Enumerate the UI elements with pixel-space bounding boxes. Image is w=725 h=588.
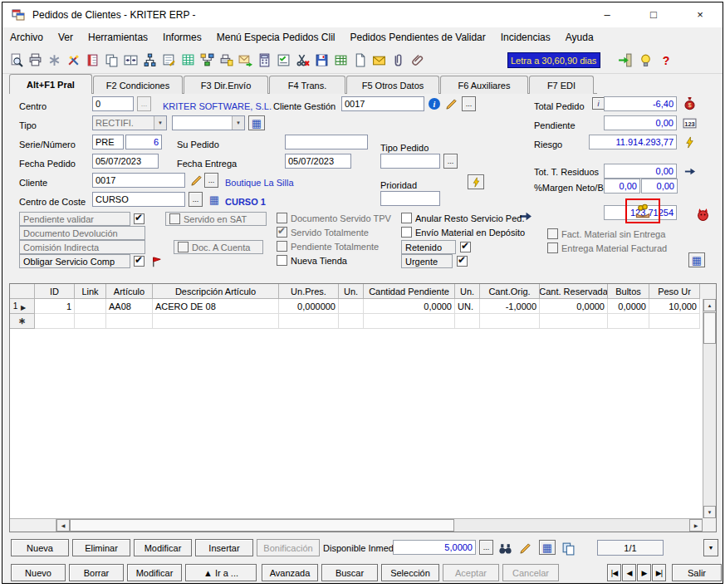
cell-cant-reservada[interactable]: 0,0000 (540, 299, 608, 314)
tipo-pedido-lookup-button[interactable]: ... (443, 154, 458, 169)
fecha-entrega-input[interactable] (285, 154, 351, 169)
task-check-icon[interactable] (275, 52, 291, 69)
flag-doc-servido-tpv[interactable]: Documento Servido TPV (277, 212, 391, 224)
previous-record-icon[interactable]: ◀ (622, 564, 636, 581)
org-chart-icon[interactable] (141, 52, 158, 69)
grid-green-icon[interactable] (332, 52, 349, 69)
cell-empty[interactable] (35, 314, 75, 329)
cell-empty[interactable] (480, 314, 540, 329)
save-icon[interactable] (313, 52, 330, 69)
salir-button[interactable]: Salir (672, 564, 722, 581)
tab-condiciones[interactable]: F2 Condiciones (93, 76, 183, 94)
horizontal-scroll-thumb[interactable] (70, 519, 454, 532)
anular-resto-checkbox[interactable] (401, 213, 412, 223)
calculator-icon[interactable] (256, 52, 272, 69)
horizontal-scroll-track[interactable] (70, 519, 689, 532)
menu-ver[interactable]: Ver (51, 27, 81, 47)
grid-header-bultos[interactable]: Bultos (608, 284, 649, 299)
tipo-pedido-input[interactable] (380, 154, 440, 169)
cell-cant-orig[interactable]: -1,0000 (480, 299, 540, 314)
obligar-servicio-checkbox[interactable] (134, 256, 145, 267)
centro-input[interactable] (92, 96, 134, 111)
flash-icon[interactable] (682, 135, 697, 149)
fecha-pedido-input[interactable] (92, 154, 159, 169)
menu-ayuda[interactable]: Ayuda (558, 27, 601, 47)
nueva-tienda-checkbox[interactable] (277, 255, 287, 266)
maximize-button[interactable]: □ (634, 2, 673, 27)
fact-sin-entrega-checkbox[interactable] (547, 228, 558, 239)
cell-empty[interactable] (153, 314, 279, 329)
flag-retenido[interactable]: Retenido (401, 240, 456, 254)
grid-header-peso[interactable]: Peso Ur (649, 284, 700, 299)
menu-incidencias[interactable]: Incidencias (493, 27, 558, 47)
money-bag-icon[interactable]: $ (682, 96, 697, 110)
grid-new-row[interactable]: ∗ (10, 314, 716, 329)
flag-pendiente-totalmente[interactable]: Pendiente Totalmente (277, 240, 379, 252)
flag-pendiente-validar[interactable]: Pendiente validar (19, 212, 130, 226)
serie-input[interactable] (92, 135, 124, 149)
cell-empty[interactable] (540, 314, 608, 329)
grid-header-un-pres[interactable]: Un.Pres. (279, 284, 339, 299)
flag-doc-a-cuenta[interactable]: Doc. A Cuenta (174, 240, 263, 254)
cell-empty[interactable] (608, 314, 649, 329)
minimize-button[interactable]: – (588, 2, 626, 27)
centro-lookup-button[interactable]: ... (137, 96, 151, 111)
calendar-table-icon[interactable]: ▦ (207, 192, 222, 207)
tipo-grid-button[interactable]: ▦ (248, 115, 265, 130)
disponible-lookup-button[interactable]: ... (479, 540, 493, 555)
idea-icon[interactable] (637, 52, 654, 69)
seleccion-button[interactable]: Selección (381, 564, 439, 581)
horizontal-scrollbar[interactable] (10, 518, 703, 532)
cell-empty[interactable] (279, 314, 339, 329)
cell-empty[interactable] (649, 314, 700, 329)
tab-pral[interactable]: Alt+F1 Pral (9, 74, 92, 94)
info-icon[interactable]: i (429, 98, 440, 110)
numero-input[interactable] (125, 135, 162, 149)
pendiente-validar-checkbox[interactable] (134, 213, 145, 224)
cell-cantidad-pendiente[interactable]: 0,0000 (364, 299, 455, 314)
flag-fact-sin-entrega[interactable]: Fact. Material sin Entrega (547, 228, 665, 240)
cell-empty[interactable] (106, 314, 153, 329)
binoculars-icon[interactable] (497, 541, 512, 556)
menu-pedidos-pendientes[interactable]: Pedidos Pendientes de Validar (343, 27, 493, 47)
payment-terms-combo[interactable]: Letra a 30,60,90 dias (por d (507, 52, 600, 68)
centro-coste-input[interactable] (92, 192, 185, 207)
cell-un2[interactable]: UN. (455, 299, 480, 314)
cut-cancel-icon[interactable] (294, 52, 311, 69)
vertical-scroll-thumb[interactable] (703, 312, 716, 344)
flag-servido-sat[interactable]: Servido en SAT (165, 212, 267, 226)
cell-descripcion[interactable]: ACERO DE 08 (153, 299, 279, 314)
cell-empty[interactable] (364, 314, 455, 329)
print-icon[interactable] (27, 52, 43, 69)
envio-deposito-checkbox[interactable] (401, 227, 412, 238)
cliente-lookup-button[interactable]: ... (204, 173, 218, 188)
copy-icon[interactable] (103, 52, 120, 69)
copy-pages-icon[interactable] (561, 541, 576, 556)
grid-header-un1[interactable]: Un. (339, 284, 364, 299)
menu-herramientas[interactable]: Herramientas (81, 27, 155, 47)
print-doc-icon[interactable] (218, 52, 234, 69)
cell-empty[interactable] (339, 314, 364, 329)
ir-a-button[interactable]: ▲ Ir a ... (185, 564, 257, 581)
modificar-button[interactable]: Modificar (127, 564, 182, 581)
tab-dir-envio[interactable]: F3 Dir.Envío (184, 76, 268, 94)
flag-urgente[interactable]: Urgente (401, 254, 453, 268)
su-pedido-input[interactable] (285, 135, 368, 149)
detail-grid-button[interactable]: ▦ (688, 252, 705, 267)
scroll-up-icon[interactable] (703, 299, 716, 311)
grid-header-articulo[interactable]: Artículo (106, 284, 153, 299)
centro-coste-lookup-button[interactable]: ... (189, 192, 203, 207)
edit-form-icon[interactable] (160, 52, 177, 69)
vertical-scrollbar[interactable] (703, 299, 716, 518)
mail-icon[interactable] (370, 52, 387, 69)
prioridad-flash-button[interactable] (468, 174, 484, 189)
table-row[interactable]: 1 1 AA08 ACERO DE 08 0,000000 0,0000 UN.… (10, 299, 716, 314)
attachment-alt-icon[interactable] (409, 52, 425, 69)
edit-pencil-icon[interactable] (443, 96, 458, 111)
grid-header-cant-orig[interactable]: Cant.Orig. (480, 284, 540, 299)
print-preview-icon[interactable] (7, 52, 24, 69)
total-info-button[interactable]: i (592, 97, 605, 110)
attachment-icon[interactable] (389, 52, 406, 69)
grid-header-cantidad-pendiente[interactable]: Cantidad Pendiente (364, 284, 455, 299)
nueva-button[interactable]: Nueva (11, 539, 69, 556)
